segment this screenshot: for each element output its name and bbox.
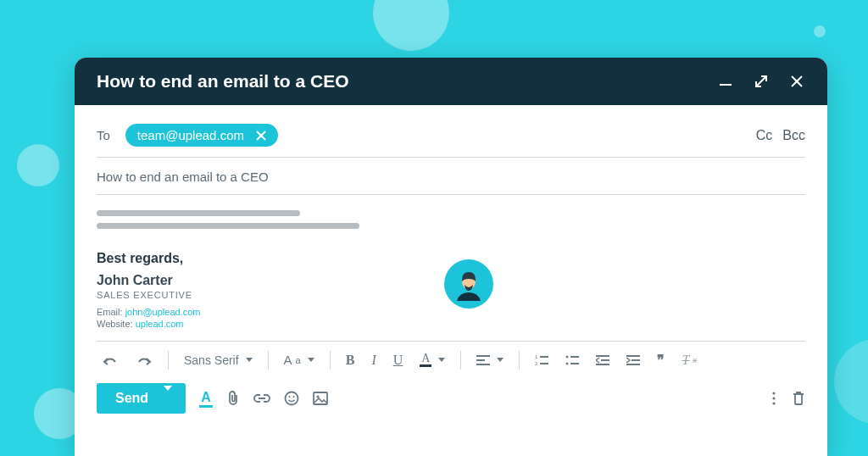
expand-button[interactable]	[753, 73, 770, 90]
remove-recipient-icon[interactable]	[256, 131, 266, 141]
recipients-row[interactable]: To team@uplead.com Cc Bcc	[97, 120, 805, 158]
link-button[interactable]	[253, 393, 270, 403]
clear-formatting-button[interactable]: Tx	[676, 349, 701, 371]
svg-text:1: 1	[535, 354, 538, 359]
body-placeholder-line	[97, 210, 300, 216]
discard-button[interactable]	[792, 391, 805, 406]
svg-point-26	[292, 396, 294, 398]
signature-block: Best regards, John Carter SALES EXECUTIV…	[97, 251, 805, 329]
text-color-action[interactable]: A	[199, 390, 213, 408]
more-button[interactable]	[771, 392, 776, 405]
undo-button[interactable]	[97, 350, 124, 370]
bcc-button[interactable]: Bcc	[782, 128, 805, 143]
svg-point-25	[288, 396, 290, 398]
font-family-select[interactable]: Sans Serif	[179, 350, 258, 370]
svg-point-31	[772, 402, 775, 404]
recipient-chip[interactable]: team@uplead.com	[125, 124, 278, 147]
indent-more-button[interactable]	[621, 351, 645, 370]
signature-email-link[interactable]: john@uplead.com	[125, 307, 201, 317]
body-placeholder-line	[97, 223, 359, 229]
indent-less-button[interactable]	[591, 351, 615, 370]
signature-email-label: Email:	[97, 307, 123, 317]
cc-button[interactable]: Cc	[756, 128, 773, 143]
underline-button[interactable]: U	[388, 349, 409, 371]
compose-window: How to end an email to a CEO To team@upl…	[75, 58, 827, 456]
formatting-toolbar: Sans Serif Aa B I U A 12	[97, 341, 805, 378]
titlebar: How to end an email to a CEO	[75, 58, 827, 105]
signature-website-label: Website:	[97, 319, 133, 329]
svg-text:2: 2	[535, 361, 538, 366]
redo-button[interactable]	[131, 350, 158, 370]
attach-button[interactable]	[226, 390, 240, 407]
recipient-email: team@uplead.com	[137, 128, 244, 142]
text-color-button[interactable]: A	[415, 349, 450, 370]
svg-line-1	[756, 76, 766, 86]
minimize-button[interactable]	[717, 73, 734, 90]
image-button[interactable]	[313, 392, 328, 405]
font-size-select[interactable]: Aa	[279, 349, 320, 370]
bullet-list-button[interactable]	[560, 351, 584, 370]
send-button[interactable]: Send	[97, 383, 186, 414]
to-label: To	[97, 128, 110, 142]
close-button[interactable]	[788, 73, 805, 90]
align-button[interactable]	[471, 351, 509, 370]
svg-point-24	[285, 392, 298, 405]
window-title: How to end an email to a CEO	[97, 71, 349, 92]
svg-rect-27	[314, 392, 327, 404]
signature-closing: Best regards,	[97, 251, 805, 266]
subject-field[interactable]: How to end an email to a CEO	[97, 158, 805, 195]
numbered-list-button[interactable]: 12	[530, 351, 554, 370]
bottom-bar: Send A	[97, 378, 805, 414]
emoji-button[interactable]	[284, 391, 299, 406]
svg-point-14	[566, 355, 569, 358]
avatar	[444, 259, 493, 309]
italic-button[interactable]: I	[366, 349, 381, 371]
svg-point-29	[772, 392, 775, 394]
signature-website-link[interactable]: uplead.com	[136, 319, 184, 329]
quote-button[interactable]: ❞	[652, 348, 670, 371]
email-body[interactable]: Best regards, John Carter SALES EXECUTIV…	[97, 195, 805, 329]
bold-button[interactable]: B	[341, 349, 360, 371]
svg-point-30	[772, 397, 775, 399]
svg-point-15	[566, 362, 569, 364]
